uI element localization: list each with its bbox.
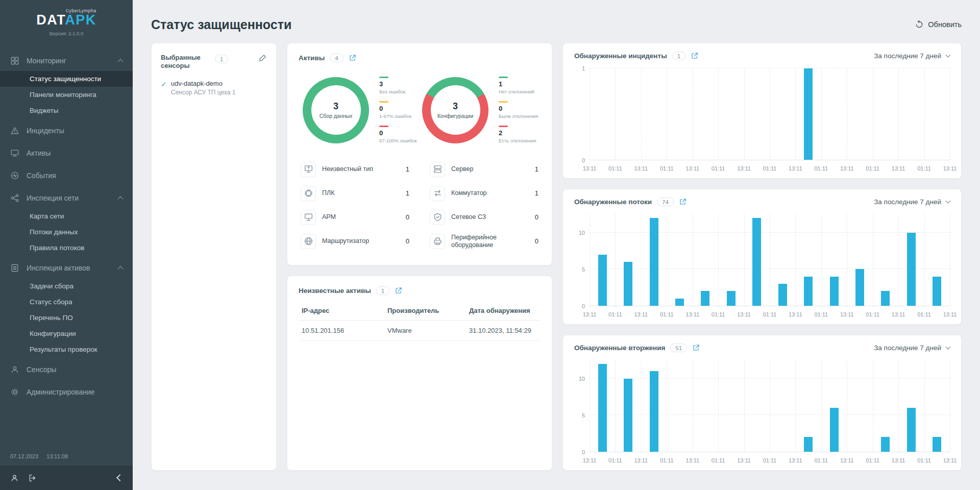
bar [598, 364, 607, 452]
x-tick-label: 01:11 [660, 457, 674, 463]
sensor-info: udv-datapk-demoСенсор АСУ ТП цеха 1 [171, 80, 236, 96]
bar-slot [590, 68, 615, 160]
asset-type-count: 1 [535, 189, 538, 197]
sidebar-item-warning[interactable]: Инциденты [0, 120, 133, 141]
chevron-up-icon [117, 59, 123, 64]
gridline-vertical [950, 214, 950, 306]
chevron-down-icon [946, 345, 951, 350]
external-link-icon[interactable] [692, 344, 700, 352]
sidebar-subitem[interactable]: Панели мониторинга [0, 87, 133, 103]
sidebar-subitem[interactable]: Карта сети [0, 208, 133, 224]
sidebar-item-monitor[interactable]: Активы [0, 143, 133, 163]
sidebar-subitem[interactable]: Перечень ПО [0, 310, 133, 326]
gridline-vertical [950, 360, 950, 452]
period-dropdown[interactable]: За последние 7 дней [874, 344, 950, 352]
column-header: Дата обнаружения [466, 301, 541, 321]
legend-value: 1 [499, 80, 542, 88]
x-tick-label: 13:11 [737, 311, 751, 317]
sidebar-subitem[interactable]: Потоки данных [0, 224, 133, 240]
sensor-list-item[interactable]: ✓udv-datapk-demoСенсор АСУ ТП цеха 1 [161, 80, 267, 96]
external-link-icon[interactable] [691, 52, 698, 60]
gear-icon [10, 387, 19, 397]
period-dropdown[interactable]: За последние 7 дней [874, 52, 950, 60]
donut-label: Сбор данных [320, 113, 353, 119]
bar-slot [847, 68, 872, 160]
sidebar-subitem[interactable]: Конфигурации [0, 326, 133, 341]
bar [804, 437, 813, 452]
donut-center: 3Сбор данных [311, 85, 361, 135]
list-icon [10, 263, 19, 273]
sidebar-item-gear[interactable]: Администрирование [0, 382, 133, 402]
bar-slot [821, 214, 847, 306]
external-link-icon[interactable] [679, 198, 687, 206]
logout-icon[interactable] [28, 474, 37, 482]
asset-type-row: Периферийное оборудование0 [430, 231, 538, 252]
sidebar-item-sensors[interactable]: Сенсоры [0, 359, 133, 380]
bar [907, 233, 916, 306]
warning-icon [10, 126, 19, 135]
sidebar-subitem[interactable]: Правила потоков [0, 240, 133, 256]
bar [830, 277, 839, 306]
sidebar-subitem[interactable]: Результаты проверок [0, 341, 133, 357]
bar-slot [693, 360, 718, 452]
x-tick-label: 13:11 [685, 311, 699, 317]
x-tick-label: 01:11 [608, 165, 622, 172]
external-link-icon[interactable] [395, 287, 402, 295]
asset-type-row: АРМ0 [301, 207, 409, 228]
sidebar-subitem[interactable]: Виджеты [0, 103, 133, 118]
x-tick-label: 13:11 [634, 311, 648, 317]
sidebar-subitem-label: Конфигурации [30, 330, 76, 337]
sidebar-subitem-label: Результаты проверок [30, 346, 97, 353]
sidebar-item-label: Мониторинг [27, 57, 111, 65]
x-tick-label: 01:11 [712, 457, 725, 463]
refresh-button[interactable]: Обновить [915, 20, 962, 29]
table-row[interactable]: 10.51.201.156VMware31.10.2023, 11:54:29 [299, 321, 541, 341]
x-tick-label: 13:11 [583, 165, 597, 172]
sidebar-subitem[interactable]: Задачи сбора [0, 278, 133, 294]
bar-slot [718, 360, 744, 452]
chart-plot-area: 01 [574, 68, 950, 160]
legend-label: Были отклонения [499, 113, 542, 119]
donut-group: 3Конфигурации1Нет отклонений0Были отклон… [422, 77, 542, 144]
sidebar-subitem[interactable]: Статус сбора [0, 294, 133, 310]
sidebar-subitem-label: Перечень ПО [30, 314, 73, 322]
sidebar-item-events[interactable]: События [0, 165, 133, 186]
chevron-down-icon [946, 53, 951, 58]
chart-badge: 51 [670, 344, 687, 352]
selected-sensors-panel: Выбранные сенсоры 1 ✓udv-datapk-demoСенс… [151, 43, 277, 471]
x-tick-label: 13:11 [737, 165, 751, 172]
external-link-icon[interactable] [349, 54, 356, 62]
main-content: Статус защищенности Обновить Выбранные с… [133, 0, 980, 490]
donut-value: 3 [333, 101, 338, 112]
x-tick-label: 13:11 [789, 311, 802, 317]
bar [598, 255, 607, 306]
sidebar-item-network[interactable]: Инспекция сети [0, 188, 133, 208]
donut-chart: 3Сбор данных [303, 77, 369, 143]
collapse-sidebar-icon[interactable] [116, 474, 124, 481]
x-tick-label: 13:11 [840, 311, 854, 317]
y-tick-label: 1 [582, 65, 585, 71]
bar [907, 408, 916, 452]
sidebar-subitem-label: Виджеты [30, 107, 58, 114]
sidebar-item-dashboard[interactable]: Мониторинг [0, 51, 133, 71]
chart-card-incidents: Обнаруженные инциденты1За последние 7 дн… [562, 43, 962, 179]
legend-item: 067-100% ошибок [379, 126, 422, 144]
x-tick-label: 13:11 [943, 165, 957, 172]
sidebar-item-label: Сенсоры [27, 365, 122, 374]
chart-header: Обнаруженные вторжения51За последние 7 д… [574, 344, 950, 352]
x-tick-label: 13:11 [583, 457, 597, 463]
sidebar-subitem[interactable]: Статус защищенности [0, 71, 133, 87]
bar-slot [873, 214, 898, 306]
edit-pencil-icon[interactable] [258, 54, 267, 62]
legend-color-dash [499, 101, 508, 103]
column-header: IP-адрес [299, 301, 384, 321]
bar-slot [693, 68, 718, 160]
bar [778, 284, 787, 306]
x-tick-label: 13:11 [583, 311, 597, 317]
bar-slot [898, 214, 924, 306]
legend-value: 0 [499, 105, 542, 112]
user-icon[interactable] [10, 474, 19, 482]
sidebar-item-list[interactable]: Инспекция активов [0, 258, 133, 278]
network-icon [10, 193, 19, 203]
period-dropdown[interactable]: За последние 7 дней [874, 198, 950, 206]
